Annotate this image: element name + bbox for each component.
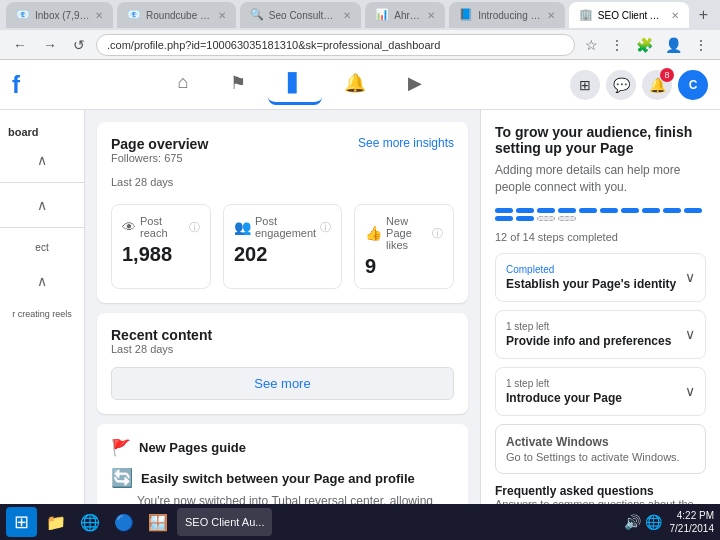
tab-seo-client[interactable]: 🏢 SEO Client Au... ✕: [569, 2, 689, 28]
sidebar-divider-1: [0, 182, 84, 183]
address-bar[interactable]: .com/profile.php?id=100063035181310&sk=p…: [96, 34, 575, 56]
tab-favicon-seo: 🔍: [250, 8, 264, 22]
tab-favicon-roundcube: 📧: [127, 8, 141, 22]
right-panel: To grow your audience, finish setting up…: [480, 110, 720, 540]
tab-inbox[interactable]: 📧 Inbox (7,971) ✕: [6, 2, 113, 28]
taskbar-time-display: 4:22 PM 7/21/2014: [670, 509, 715, 535]
extensions-icon[interactable]: 🧩: [632, 35, 657, 55]
bookmark-icon[interactable]: ☆: [581, 35, 602, 55]
user-avatar[interactable]: C: [678, 70, 708, 100]
tab-introducing[interactable]: 📘 Introducing C... ✕: [449, 2, 565, 28]
guide-header: 🚩 New Pages guide: [111, 438, 454, 457]
activate-title: Activate Windows: [506, 435, 695, 449]
progress-dot-0: [495, 208, 513, 213]
followers-label: Followers:: [111, 152, 161, 164]
tab-close-introducing[interactable]: ✕: [547, 10, 555, 21]
volume-icon[interactable]: 🔊: [624, 514, 641, 530]
tab-label-seo: Seo Consultan...: [269, 10, 338, 21]
sidebar-divider-2: [0, 227, 84, 228]
post-reach-label: 👁 Post reach ⓘ: [122, 215, 200, 239]
taskbar-browser-window[interactable]: SEO Client Au...: [177, 508, 272, 536]
tab-ahrefs[interactable]: 📊 Ahrefs ✕: [365, 2, 445, 28]
chevron-down-icon-info: ∨: [685, 326, 695, 342]
profile-icon[interactable]: 👤: [661, 35, 686, 55]
sidebar-item-3[interactable]: ∧: [4, 265, 80, 297]
apps-button[interactable]: ⊞: [570, 70, 600, 100]
taskbar-app[interactable]: 🪟: [143, 507, 173, 537]
progress-dot-2: [537, 208, 555, 213]
taskbar-edge[interactable]: 🌐: [75, 507, 105, 537]
nav-notifications[interactable]: 🔔: [324, 64, 386, 105]
notifications-button[interactable]: 🔔 8: [642, 70, 672, 100]
new-tab-button[interactable]: +: [693, 6, 714, 24]
browser-toolbar: ← → ↺ .com/profile.php?id=10006303518131…: [0, 30, 720, 60]
steps-label: 12 of 14 steps completed: [495, 231, 706, 243]
post-engagement-text: Post engagement: [255, 215, 316, 239]
nav-video[interactable]: ▶: [388, 64, 442, 105]
sidebar-ect-label: ect: [35, 242, 48, 253]
progress-dot-7: [642, 208, 660, 213]
setup-section-identity[interactable]: Completed Establish your Page's identity…: [495, 253, 706, 302]
guide-title: New Pages guide: [139, 440, 246, 455]
info-title: Provide info and preferences: [506, 334, 685, 348]
tab-label-inbox: Inbox (7,971): [35, 10, 90, 21]
progress-dot-6: [621, 208, 639, 213]
post-reach-value: 1,988: [122, 243, 200, 266]
start-button[interactable]: ⊞: [6, 507, 37, 537]
setup-section-info-left: 1 step left Provide info and preferences: [506, 321, 685, 348]
setup-section-introduce[interactable]: 1 step left Introduce your Page ∨: [495, 367, 706, 416]
main-content: Page overview Followers: 675 Last 28 day…: [85, 110, 480, 540]
menu-icon[interactable]: ⋮: [690, 35, 712, 55]
progress-dot-10: [495, 216, 513, 221]
nav-home[interactable]: ⌂: [158, 64, 209, 105]
progress-dot-11: [516, 216, 534, 221]
tab-close-seo-client[interactable]: ✕: [671, 10, 679, 21]
page-overview-header: Page overview Followers: 675 Last 28 day…: [111, 136, 454, 200]
setup-section-identity-left: Completed Establish your Page's identity: [506, 264, 685, 291]
taskbar-file-explorer[interactable]: 📁: [41, 507, 71, 537]
tab-close-roundcube[interactable]: ✕: [218, 10, 226, 21]
page-overview-card: Page overview Followers: 675 Last 28 day…: [97, 122, 468, 303]
left-sidebar: board ∧ ∧ ect ∧ r creating reels: [0, 110, 85, 540]
messenger-button[interactable]: 💬: [606, 70, 636, 100]
new-page-likes-value: 9: [365, 255, 443, 278]
post-reach-text: Post reach: [140, 215, 185, 239]
info-tag: 1 step left: [506, 321, 685, 332]
tab-favicon-ahrefs: 📊: [375, 8, 389, 22]
network-icon[interactable]: 🌐: [645, 514, 662, 530]
nav-pages[interactable]: ⚑: [210, 64, 266, 105]
nav-chart[interactable]: ▋: [268, 64, 322, 105]
refresh-button[interactable]: ↺: [68, 35, 90, 55]
taskbar-chrome[interactable]: 🔵: [109, 507, 139, 537]
progress-dot-9: [684, 208, 702, 213]
progress-dot-8: [663, 208, 681, 213]
guide-switch-title: 🔄 Easily switch between your Page and pr…: [111, 467, 454, 489]
guide-switch-label: Easily switch between your Page and prof…: [141, 471, 415, 486]
chevron-up-icon-1: ∧: [37, 152, 47, 168]
tab-seo-consultant[interactable]: 🔍 Seo Consultan... ✕: [240, 2, 361, 28]
sidebar-item-reels[interactable]: r creating reels: [4, 301, 80, 327]
switch-icon: 🔄: [111, 467, 133, 489]
see-more-button[interactable]: See more: [111, 367, 454, 400]
chevron-down-icon-introduce: ∨: [685, 383, 695, 399]
tab-close-inbox[interactable]: ✕: [95, 10, 103, 21]
see-more-insights-link[interactable]: See more insights: [358, 136, 454, 150]
setup-section-info[interactable]: 1 step left Provide info and preferences…: [495, 310, 706, 359]
sidebar-item-2[interactable]: ∧: [4, 189, 80, 221]
tab-close-ahrefs[interactable]: ✕: [427, 10, 435, 21]
star-icon[interactable]: ⋮: [606, 35, 628, 55]
page-overview-meta: Followers: 675: [111, 152, 208, 164]
fb-nav-icons: ⌂ ⚑ ▋ 🔔 ▶: [30, 64, 570, 105]
tab-label-introducing: Introducing C...: [478, 10, 542, 21]
address-text: .com/profile.php?id=100063035181310&sk=p…: [107, 39, 564, 51]
tab-roundcube[interactable]: 📧 Roundcube W... ✕: [117, 2, 236, 28]
sidebar-item-ect[interactable]: ect: [4, 234, 80, 261]
flag-icon: 🚩: [111, 438, 131, 457]
taskbar-time: 4:22 PM: [670, 509, 715, 522]
tab-close-seo[interactable]: ✕: [343, 10, 351, 21]
introduce-tag: 1 step left: [506, 378, 685, 389]
forward-button[interactable]: →: [38, 35, 62, 55]
faq-title: Frequently asked questions: [495, 484, 706, 498]
back-button[interactable]: ←: [8, 35, 32, 55]
sidebar-item-1[interactable]: ∧: [4, 144, 80, 176]
